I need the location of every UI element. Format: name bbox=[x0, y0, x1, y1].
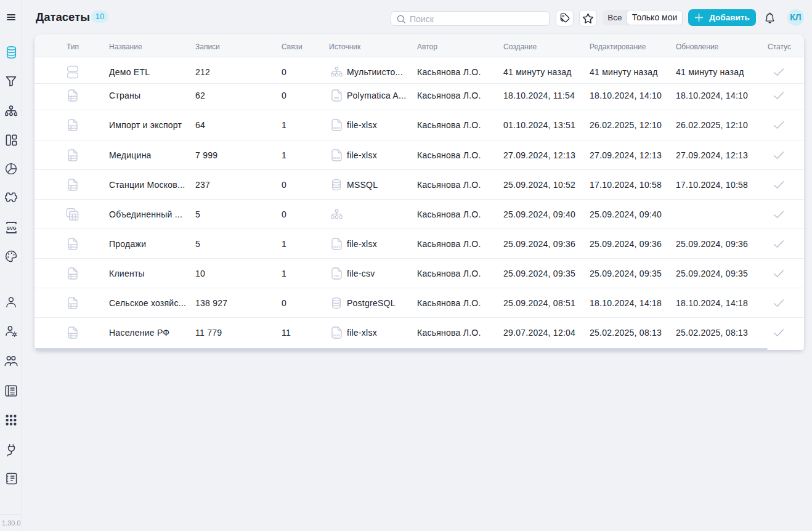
svg-text:CSV: CSV bbox=[333, 275, 339, 278]
svg-text:SVG: SVG bbox=[6, 225, 16, 230]
svg-text:XLSX: XLSX bbox=[333, 156, 340, 160]
svg-text:XLSX: XLSX bbox=[333, 245, 340, 248]
svg-text:API: API bbox=[334, 97, 339, 100]
svg-text:XLSX: XLSX bbox=[333, 334, 340, 337]
svg-text:XLSX: XLSX bbox=[333, 126, 340, 129]
